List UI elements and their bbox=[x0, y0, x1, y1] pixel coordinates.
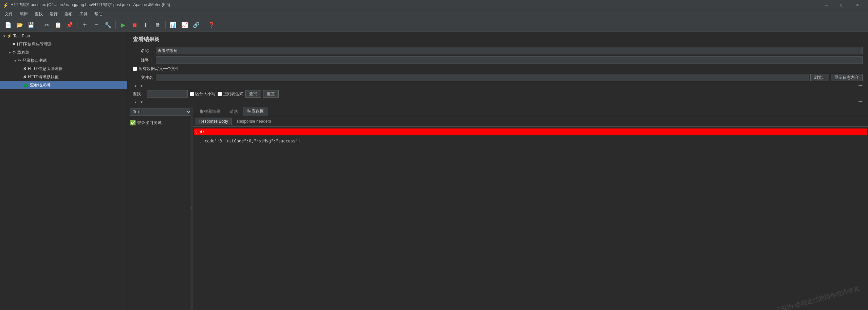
result-list-panel: TextRegExp TesterCSS/JQuery TesterXPath … bbox=[127, 107, 190, 310]
case-sensitive-checkbox-label: 区分大小写 bbox=[190, 91, 216, 97]
toolbar-link-btn[interactable]: 🔗 bbox=[191, 20, 202, 31]
reset-button[interactable]: 重置 bbox=[263, 90, 279, 98]
drag-handle[interactable]: ⋮ bbox=[190, 107, 193, 310]
menu-item-选项[interactable]: 选项 bbox=[61, 10, 76, 18]
case-sensitive-checkbox[interactable] bbox=[190, 92, 194, 96]
toolbar-stop-btn[interactable]: ⏹ bbox=[129, 20, 140, 31]
toolbar-copy-btn[interactable]: 📋 bbox=[53, 20, 63, 31]
toolbar-new-btn[interactable]: 📄 bbox=[3, 20, 14, 31]
sub-tab-Response-Body[interactable]: Response Body bbox=[196, 118, 232, 125]
toolbar-sep2 bbox=[77, 21, 77, 29]
toolbar: 📄 📂 💾 ✂ 📋 📌 + − 🔧 ▶ ⏹ ⏸ 🗑 📊 📈 🔗 ❓ bbox=[0, 18, 868, 32]
tab-请求[interactable]: 请求 bbox=[225, 107, 242, 116]
toolbar-paste-btn[interactable]: 📌 bbox=[64, 20, 75, 31]
name-label: 名称： bbox=[133, 48, 153, 54]
toolbar-report-btn[interactable]: 📈 bbox=[179, 20, 190, 31]
left-panel: ▼⚡Test Plan✖HTTP信息头管理器▼⚙线程组▼✏登录接口测试✖HTTP… bbox=[0, 32, 127, 310]
more-btn[interactable]: ••• bbox=[858, 83, 863, 88]
dropdown-row: TextRegExp TesterCSS/JQuery TesterXPath … bbox=[127, 107, 190, 117]
toolbar-run-btn[interactable]: ▶ bbox=[118, 20, 129, 31]
result-item-0[interactable]: ✅登录接口测试 bbox=[127, 119, 190, 127]
toolbar-save-btn[interactable]: 💾 bbox=[26, 20, 37, 31]
sub-tab-bar: Response BodyResponse headers bbox=[193, 116, 868, 127]
minimize-button[interactable]: ─ bbox=[818, 0, 834, 10]
search-label: 查找： bbox=[133, 91, 145, 97]
format-select[interactable]: TextRegExp TesterCSS/JQuery TesterXPath … bbox=[130, 108, 192, 116]
browse-button[interactable]: 浏览... bbox=[810, 74, 829, 81]
menu-item-编辑[interactable]: 编辑 bbox=[16, 10, 31, 18]
up-btn[interactable]: ▲ bbox=[133, 83, 138, 88]
toolbar-cut-btn[interactable]: ✂ bbox=[41, 20, 52, 31]
tree-item-1[interactable]: ✖HTTP信息头管理器 bbox=[0, 40, 127, 48]
menu-item-工具[interactable]: 工具 bbox=[76, 10, 91, 18]
tree-item-4[interactable]: ✖HTTP信息头管理器 bbox=[0, 65, 127, 73]
response-line-1 bbox=[194, 136, 867, 136]
tab-取样器结果[interactable]: 取样器结果 bbox=[196, 107, 225, 116]
maximize-button[interactable]: □ bbox=[834, 0, 850, 10]
more-btn-2[interactable]: ••• bbox=[858, 100, 863, 104]
toolbar-sep4 bbox=[165, 21, 166, 29]
name-row: 名称： bbox=[127, 46, 868, 55]
toolbar-remove-btn[interactable]: − bbox=[91, 20, 102, 31]
result-detail-panel: 取样器结果请求响应数据 Response BodyResponse header… bbox=[193, 107, 868, 310]
tree-item-5[interactable]: ✖HTTP请求默认值 bbox=[0, 73, 127, 81]
tree-item-6[interactable]: 🌲查看结果树 bbox=[0, 81, 127, 89]
comment-label: 注释： bbox=[133, 57, 153, 63]
comment-input[interactable] bbox=[156, 56, 863, 64]
name-input[interactable] bbox=[156, 47, 863, 54]
toolbar-clear-btn[interactable]: 🗑 bbox=[152, 20, 163, 31]
tree-item-2[interactable]: ▼⚙线程组 bbox=[0, 48, 127, 56]
tree-item-3[interactable]: ▼✏登录接口测试 bbox=[0, 56, 127, 65]
response-line-3: ,"code":0,"rstCode":0,"rstMsg":"success"… bbox=[194, 138, 867, 144]
regex-checkbox-label: 正则表达式 bbox=[218, 91, 243, 97]
toolbar-chart-btn[interactable]: 📊 bbox=[168, 20, 179, 31]
search-row: 查找： 区分大小写 正则表达式 查找 重置 bbox=[127, 89, 868, 99]
toolbar-settings-btn[interactable]: 🔧 bbox=[103, 20, 113, 31]
menu-item-文件[interactable]: 文件 bbox=[1, 10, 16, 18]
title-bar: ⚡ HTTP请求-post.jmx (C:\Users\xianggang.ha… bbox=[0, 0, 868, 10]
down-btn[interactable]: ▼ bbox=[139, 83, 144, 88]
toolbar-pause-btn[interactable]: ⏸ bbox=[141, 20, 152, 31]
file-row: 文件名 浏览... 显示日志内容 bbox=[127, 73, 868, 82]
toolbar-add-btn[interactable]: + bbox=[79, 20, 90, 31]
regex-label: 正则表达式 bbox=[223, 91, 243, 97]
small-toolbar-2: ▲ ▼ ••• bbox=[127, 99, 868, 105]
toolbar-sep1 bbox=[39, 21, 39, 29]
content-row: TextRegExp TesterCSS/JQuery TesterXPath … bbox=[127, 107, 868, 310]
tab-响应数据[interactable]: 响应数据 bbox=[243, 107, 268, 116]
sub-tab-Response-headers[interactable]: Response headers bbox=[233, 118, 275, 125]
file-input[interactable] bbox=[156, 74, 809, 81]
case-sensitive-label: 区分大小写 bbox=[195, 91, 216, 97]
right-panel: 查看结果树 名称： 注释： 所有数据写入一个文件 文件名 浏览... 显示日志内… bbox=[127, 32, 868, 310]
response-body[interactable]: { d: ,"code":0,"rstCode":0,"rstMsg":"suc… bbox=[193, 127, 868, 310]
toolbar-sep3 bbox=[115, 21, 116, 29]
up-btn-2[interactable]: ▲ bbox=[133, 99, 138, 105]
tab-bar: 取样器结果请求响应数据 bbox=[193, 107, 868, 116]
small-toolbar-1: ▲ ▼ ••• bbox=[127, 82, 868, 89]
file-label: 文件名 bbox=[133, 75, 153, 81]
response-line-2 bbox=[194, 137, 867, 137]
menu-item-帮助[interactable]: 帮助 bbox=[91, 10, 106, 18]
write-file-label: 所有数据写入一个文件 bbox=[138, 66, 179, 72]
menu-item-运行[interactable]: 运行 bbox=[46, 10, 61, 18]
panel-title: 查看结果树 bbox=[127, 32, 868, 46]
toolbar-sep5 bbox=[204, 21, 204, 29]
checkbox-row: 所有数据写入一个文件 bbox=[127, 65, 868, 73]
toolbar-open-btn[interactable]: 📂 bbox=[14, 20, 25, 31]
toolbar-help-btn[interactable]: ❓ bbox=[206, 20, 217, 31]
search-button[interactable]: 查找 bbox=[245, 90, 261, 98]
app-icon: ⚡ bbox=[3, 2, 8, 8]
menu-item-查找[interactable]: 查找 bbox=[31, 10, 46, 18]
close-button[interactable]: ✕ bbox=[850, 0, 865, 10]
down-btn-2[interactable]: ▼ bbox=[139, 99, 144, 105]
search-input[interactable] bbox=[147, 90, 188, 98]
write-file-checkbox[interactable] bbox=[133, 67, 137, 71]
title-bar-left: ⚡ HTTP请求-post.jmx (C:\Users\xianggang.ha… bbox=[3, 2, 170, 8]
title-bar-text: HTTP请求-post.jmx (C:\Users\xianggang.hao\… bbox=[11, 2, 170, 8]
show-log-button[interactable]: 显示日志内容 bbox=[831, 74, 863, 81]
regex-checkbox[interactable] bbox=[218, 92, 222, 96]
tree-item-0[interactable]: ▼⚡Test Plan bbox=[0, 32, 127, 40]
comment-row: 注释： bbox=[127, 55, 868, 65]
content-area: TextRegExp TesterCSS/JQuery TesterXPath … bbox=[127, 105, 868, 310]
menu-bar: 文件编辑查找运行选项工具帮助 bbox=[0, 10, 868, 18]
